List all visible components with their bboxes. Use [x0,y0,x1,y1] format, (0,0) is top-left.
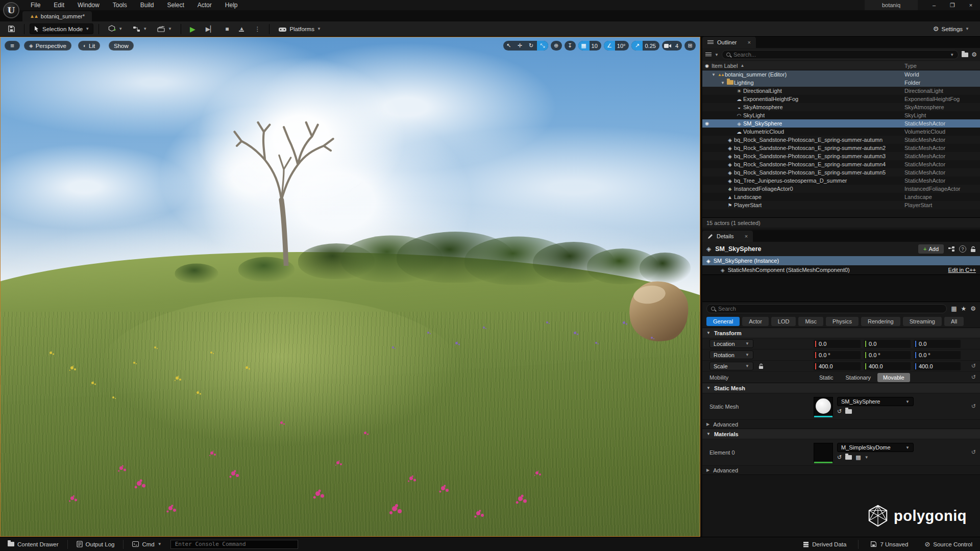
location-dropdown[interactable]: Location▼ [709,339,753,348]
outliner-row[interactable]: ♣InstancedFoliageActor0InstancedFoliageA… [702,185,980,193]
texture-chevron-icon[interactable]: ▼ [865,455,869,460]
details-tab-physics[interactable]: Physics [826,317,859,326]
outliner-row[interactable]: ▼LightingFolder [702,79,980,87]
transform-section-header[interactable]: ▼Transform [702,328,980,338]
display-options-icon[interactable]: ▦ [951,305,957,312]
static-mesh-section-header[interactable]: ▼Static Mesh [702,383,980,393]
outliner-row[interactable]: ◉◈SM_SkySphereStaticMeshActor [702,119,980,128]
new-folder-icon[interactable] [962,53,968,57]
rotation-snap-control[interactable]: ∠ 10° [604,41,629,51]
mobility-static[interactable]: Static [814,373,839,382]
help-icon[interactable]: ? [959,245,966,253]
outliner-row[interactable]: ⚑PlayerStartPlayerStart [702,201,980,209]
stop-button[interactable]: ■ [222,24,232,34]
expand-arrow-icon[interactable]: ▼ [712,72,717,77]
outliner-row[interactable]: ☁VolumetricCloudVolumetricCloud [702,128,980,136]
use-selected-asset-icon[interactable]: ↺ [837,408,842,415]
outliner-tab[interactable]: Outliner × [702,37,756,48]
eject-button[interactable]: ▲ [235,24,248,33]
settings-dropdown[interactable]: ⚙ Settings▼ [929,23,973,34]
reset-mobility-icon[interactable]: ↺ [971,374,976,381]
menu-tools[interactable]: Tools [107,1,133,10]
grid-snap-value[interactable]: 10 [590,43,601,49]
blueprints-button[interactable]: ▼ [129,24,151,34]
location-y-field[interactable]: 0.0 [864,340,911,348]
play-button[interactable]: ▶ [186,23,199,35]
use-selected-asset-icon[interactable]: ↺ [837,454,842,461]
component-row-instance[interactable]: ◈ SM_SkySphere (Instance) [702,256,980,265]
static-mesh-advanced-row[interactable]: ▶Advanced [702,419,980,429]
rotation-snap-value[interactable]: 10° [615,43,629,49]
menu-edit[interactable]: Edit [47,1,70,10]
grid-snap-icon[interactable]: ▦ [578,41,590,51]
rotate-tool-icon[interactable]: ↻ [526,41,537,51]
reset-scale-icon[interactable]: ↺ [971,363,976,369]
browse-to-asset-icon[interactable] [845,409,852,414]
move-tool-icon[interactable]: ✛ [514,41,526,51]
mobility-stationary[interactable]: Stationary [840,373,877,382]
materials-advanced-row[interactable]: ▶Advanced [702,465,980,474]
outliner-row[interactable]: ☁ExponentialHeightFogExponentialHeightFo… [702,95,980,103]
details-tab-streaming[interactable]: Streaming [903,317,942,326]
texture-options-icon[interactable]: ▩ [855,454,861,461]
outliner-row[interactable]: ▲LandscapeLandscape [702,193,980,201]
maximize-button[interactable]: ❐ [943,0,962,10]
browse-to-asset-icon[interactable] [845,455,852,460]
outliner-row[interactable]: ☀DirectionalLightDirectionalLight [702,87,980,95]
filter-chevron-icon[interactable]: ▼ [715,53,719,57]
rotation-snap-icon[interactable]: ∠ [604,41,615,51]
derived-data-button[interactable]: Derived Data [798,539,851,549]
maximize-viewport-button[interactable]: ⊞ [684,41,696,51]
scale-y-field[interactable]: 400.0 [864,362,911,370]
outliner-row[interactable]: ◈bq_Rock_Sandstone-Photoscan_E_spring-su… [702,152,980,160]
expand-arrow-icon[interactable]: ▼ [721,81,726,85]
add-component-button[interactable]: + Add [918,244,944,254]
unsaved-button[interactable]: 7 Unsaved [866,539,913,549]
scale-snap-control[interactable]: ↗ 0.25 [631,41,659,51]
favorites-star-icon[interactable]: ★ [961,305,966,312]
scale-snap-value[interactable]: 0.25 [643,43,659,49]
scale-dropdown[interactable]: Scale▼ [709,362,753,370]
menu-actor[interactable]: Actor [191,1,218,10]
rotation-dropdown[interactable]: Rotation▼ [709,350,753,359]
output-log-button[interactable]: Output Log [72,539,119,549]
mobility-movable[interactable]: Movable [877,373,910,382]
location-z-field[interactable]: 0.0 [914,340,961,348]
platforms-dropdown[interactable]: Platforms▼ [275,24,325,34]
details-tab-lod[interactable]: LOD [771,317,796,326]
edit-in-cpp-link[interactable]: Edit in C++ [948,267,976,273]
save-button[interactable] [4,23,19,34]
frame-skip-button[interactable]: ▶▏ [202,24,218,34]
materials-section-header[interactable]: ▼Materials [702,429,980,439]
select-tool-icon[interactable]: ↖ [503,41,514,51]
minimize-button[interactable]: – [925,0,943,10]
content-drawer-button[interactable]: Content Drawer [3,539,63,549]
perspective-dropdown[interactable]: ◈ Perspective [24,41,71,51]
outliner-search-input[interactable]: Search... ▼ [722,50,959,59]
static-mesh-asset-dropdown[interactable]: SM_SkySphere▼ [837,397,914,406]
reset-material-icon[interactable]: ↺ [971,449,976,456]
outliner-row[interactable]: ▼▲▲botaniq_summer (Editor)World [702,70,980,79]
play-options-button[interactable]: ⋮ [251,24,264,34]
visibility-eye-icon[interactable]: ◉ [702,121,712,126]
show-dropdown[interactable]: Show [109,41,134,51]
source-control-button[interactable]: ⊘ Source Control [920,538,977,550]
reset-static-mesh-icon[interactable]: ↺ [971,403,976,410]
world-local-toggle[interactable]: ⊕ [551,41,562,51]
location-x-field[interactable]: 0.0 [814,340,861,348]
outliner-row[interactable]: ◈bq_Tree_Juniperus-osteosperma_D_summerS… [702,177,980,185]
console-command-input[interactable]: Enter Console Command [170,540,298,549]
menu-build[interactable]: Build [134,1,160,10]
details-search-input[interactable]: Search [706,304,947,313]
viewport-options-button[interactable]: ≡ [5,41,20,51]
details-settings-icon[interactable]: ⚙ [970,305,976,312]
cmd-dropdown[interactable]: Cmd▼ [128,539,166,549]
outliner-row[interactable]: ◈bq_Rock_Sandstone-Photoscan_E_spring-su… [702,160,980,168]
grid-snap-control[interactable]: ▦ 10 [578,41,601,51]
menu-file[interactable]: File [24,1,46,10]
camera-speed-value[interactable]: 4 [673,43,682,49]
rotation-z-field[interactable]: 0.0 ° [914,351,961,359]
material-thumbnail[interactable] [814,443,833,462]
menu-window[interactable]: Window [71,1,106,10]
details-tab-general[interactable]: General [706,317,740,326]
